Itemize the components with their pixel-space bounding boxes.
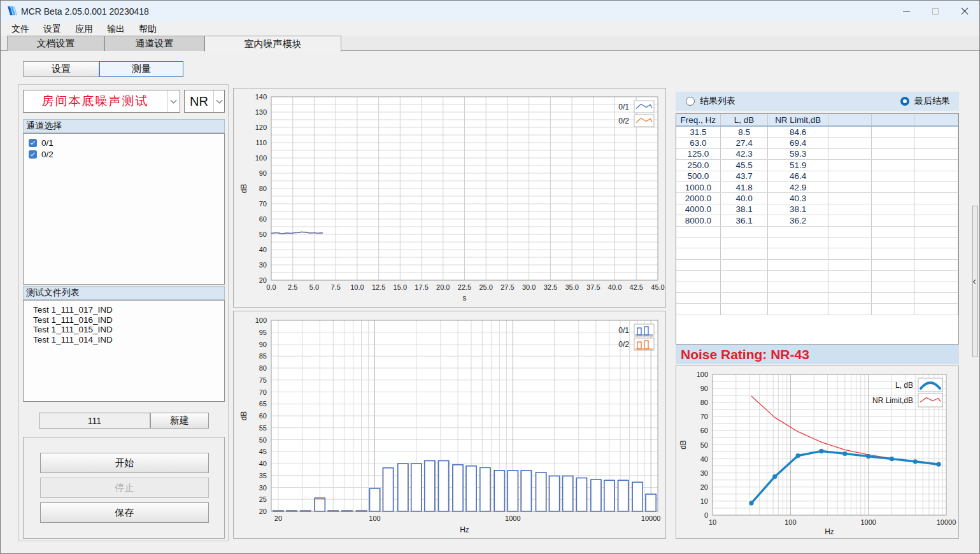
- bar-0/1-630: [480, 467, 490, 511]
- bar-0/1-800: [494, 471, 504, 511]
- save-button[interactable]: 保存: [40, 502, 209, 523]
- table-cell: 69.4: [768, 138, 828, 148]
- app-window: { "window": {"title": "MCR Beta 2.05.0.0…: [0, 0, 980, 554]
- new-button[interactable]: 新建: [150, 413, 209, 429]
- menu-item-2[interactable]: 应用: [68, 22, 100, 36]
- table-cell: [676, 281, 721, 292]
- table-cell: [828, 304, 872, 314]
- file-item-0[interactable]: Test 1_111_017_IND: [24, 305, 224, 315]
- table-row[interactable]: 4000.038.138.1: [676, 204, 958, 215]
- tab-measure[interactable]: 测量: [99, 61, 183, 77]
- tab-2[interactable]: 室内噪声模块: [204, 36, 341, 52]
- table-cell: [768, 238, 828, 248]
- test-type-value: 房间本底噪声测试: [24, 90, 167, 112]
- panel-splitter[interactable]: [972, 206, 978, 357]
- svg-text:35: 35: [259, 472, 267, 479]
- table-cell: 45.5: [721, 160, 769, 170]
- svg-text:100: 100: [369, 515, 380, 522]
- svg-text:85: 85: [259, 352, 267, 360]
- bar-0/1-400: [453, 465, 463, 511]
- menu-item-4[interactable]: 帮助: [132, 22, 164, 36]
- maximize-button[interactable]: [921, 1, 950, 22]
- test-type-dropdown-arrow[interactable]: [167, 90, 180, 112]
- table-cell: [872, 182, 915, 192]
- nr-combo[interactable]: NR: [184, 90, 225, 113]
- table-cell: [914, 260, 958, 270]
- table-cell: 38.1: [768, 204, 828, 215]
- file-item-2[interactable]: Test 1_111_015_IND: [24, 325, 224, 335]
- table-row-empty: [676, 238, 958, 248]
- table-cell: [914, 149, 958, 159]
- file-item-3[interactable]: Test 1_111_014_IND: [24, 335, 224, 345]
- svg-text:25: 25: [259, 495, 267, 503]
- table-cell: [828, 227, 872, 237]
- table-cell: [914, 160, 958, 170]
- table-cell: [721, 304, 769, 314]
- table-row[interactable]: 250.045.551.9: [676, 160, 958, 171]
- svg-text:2.5: 2.5: [288, 283, 297, 291]
- svg-text:60: 60: [259, 412, 267, 420]
- table-row[interactable]: 125.042.359.3: [676, 149, 958, 160]
- time-chart: 20304050607080901001101201301400.02.55.0…: [233, 88, 666, 308]
- svg-text:80: 80: [700, 399, 708, 406]
- table-cell: 125.0: [676, 149, 721, 159]
- table-cell: [768, 227, 828, 237]
- svg-text:30: 30: [259, 484, 267, 492]
- table-cell: [828, 260, 872, 270]
- nr-dropdown-arrow[interactable]: [213, 90, 224, 112]
- table-row[interactable]: 1000.041.842.9: [676, 182, 958, 193]
- radio-result-list[interactable]: [686, 97, 695, 106]
- close-button[interactable]: [950, 1, 979, 22]
- nr-chart-svg: 010203040506070809010010100100010000L, d…: [676, 366, 960, 539]
- channel-row-0/1[interactable]: 0/1: [24, 137, 224, 148]
- nr-value: NR: [185, 90, 213, 112]
- table-row-empty: [676, 304, 958, 315]
- stop-button[interactable]: 停止: [40, 478, 209, 498]
- minimize-button[interactable]: [891, 1, 921, 22]
- bar-0/1-1000: [508, 471, 518, 511]
- svg-text:10000: 10000: [937, 518, 956, 526]
- file-item-1[interactable]: Test 1_111_016_IND: [24, 315, 224, 325]
- table-cell: 59.3: [768, 149, 828, 159]
- svg-text:1000: 1000: [505, 515, 520, 522]
- svg-text:55: 55: [259, 424, 267, 432]
- svg-text:100: 100: [785, 518, 796, 526]
- marker-L, dB-8000: [937, 462, 941, 467]
- table-cell: [914, 248, 958, 259]
- table-row[interactable]: 8000.036.136.2: [676, 215, 958, 226]
- svg-text:20: 20: [259, 508, 267, 515]
- menu-item-1[interactable]: 设置: [36, 22, 68, 36]
- bar-0/1-100: [369, 488, 380, 511]
- svg-text:130: 130: [255, 108, 267, 116]
- table-row[interactable]: 500.043.746.4: [676, 171, 958, 182]
- table-cell: [872, 281, 915, 292]
- file-name-input[interactable]: [39, 413, 150, 429]
- svg-text:5.0: 5.0: [309, 283, 319, 291]
- svg-text:50: 50: [259, 231, 267, 238]
- table-row[interactable]: 31.58.584.6: [676, 127, 958, 138]
- menu-item-3[interactable]: 输出: [100, 22, 132, 36]
- radio-last-result[interactable]: [900, 97, 909, 106]
- checkbox-checked-icon[interactable]: [29, 150, 37, 159]
- bar-0/1-315: [439, 461, 449, 512]
- svg-text:90: 90: [259, 169, 267, 177]
- channel-row-0/2[interactable]: 0/2: [24, 148, 224, 160]
- tab-settings[interactable]: 设置: [23, 61, 99, 77]
- spectrum-chart-svg: 2025303540455055606570758085909510020100…: [234, 311, 667, 539]
- table-row[interactable]: 2000.040.040.3: [676, 193, 958, 204]
- title-bar: MCR Beta 2.05.0.001 20230418: [1, 1, 980, 22]
- tab-1[interactable]: 通道设置: [104, 36, 204, 51]
- menu-item-0[interactable]: 文件: [4, 22, 36, 36]
- table-cell: [828, 127, 872, 137]
- table-row-empty: [676, 271, 958, 281]
- table-row[interactable]: 63.027.469.4: [676, 138, 958, 148]
- test-type-combo[interactable]: 房间本底噪声测试: [23, 90, 180, 113]
- marker-L, dB-500: [842, 451, 847, 456]
- svg-text:10: 10: [700, 497, 708, 505]
- noise-rating-text: Noise Rating: NR-43: [681, 347, 809, 362]
- checkbox-checked-icon[interactable]: [29, 139, 37, 147]
- table-cell: [872, 193, 915, 203]
- start-button[interactable]: 开始: [40, 453, 209, 473]
- tab-0[interactable]: 文档设置: [7, 36, 104, 51]
- table-cell: [872, 260, 915, 270]
